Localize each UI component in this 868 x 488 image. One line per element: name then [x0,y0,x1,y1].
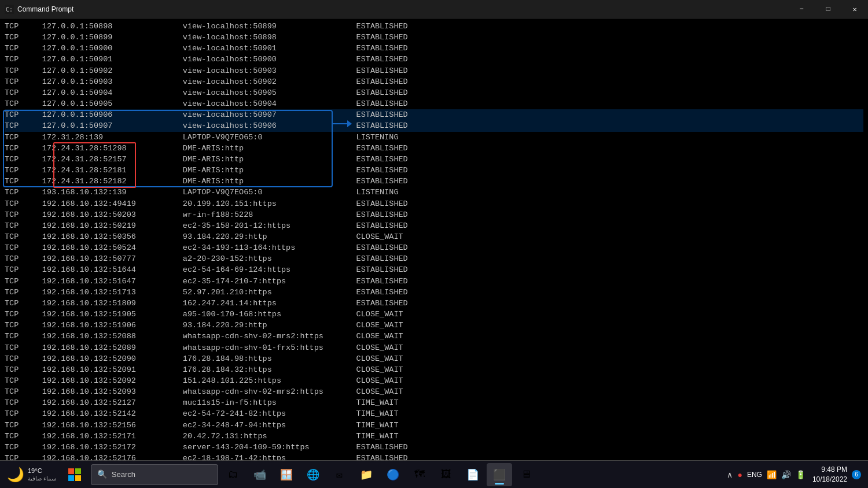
taskbar: 🌙 19°C سماء صافية 🔍 Search 🗂📹🪟🌐✉📁🔵🗺🖼📄⬛🖥 … [0,460,868,488]
search-input-label: Search [112,470,135,479]
table-row: TCP 192.168.10.132:52090 176.28.184.98:h… [5,353,863,364]
logo-quad-1 [68,468,74,474]
table-row: TCP 172.24.31.28:52181 DME-ARIS:http EST… [5,165,863,176]
taskbar-icon-chrome[interactable]: 🌐 [300,463,326,486]
table-row: TCP 172.24.31.28:51298 DME-ARIS:http EST… [5,143,863,154]
taskbar-icons: 🗂📹🪟🌐✉📁🔵🗺🖼📄⬛🖥 [220,463,539,486]
search-icon: 🔍 [97,469,107,479]
table-row: TCP 192.168.10.132:52127 muc11s15-in-f5:… [5,397,863,408]
table-row: TCP 193.168.10.132:139 LAPTOP-V9Q7EO65:0… [5,187,863,198]
table-row: TCP 192.168.10.132:52142 ec2-54-72-241-8… [5,408,863,419]
taskbar-icon-notepad[interactable]: 📄 [460,463,486,486]
table-row: TCP 192.168.10.132:52092 151.248.101.225… [5,375,863,386]
table-row: TCP 192.168.10.132:52088 whatsapp-cdn-sh… [5,331,863,342]
cmd-content: TCP 127.0.0.1:50898 view-localhost:50899… [0,19,868,460]
table-row: TCP 127.0.0.1:50899 view-localhost:50898… [5,32,863,43]
notification-badge[interactable]: 6 [852,470,861,479]
title-bar: C: Command Prompt − □ ✕ [0,0,868,19]
system-tray: ∧ ● ENG 📶 🔊 🔋 9:48 PM 10/18/2022 6 [721,465,866,485]
table-row: TCP 172.24.31.28:52157 DME-ARIS:http EST… [5,154,863,165]
table-row: TCP 192.168.10.132:50777 a2-20-230-152:h… [5,253,863,264]
tray-battery-icon[interactable]: 🔋 [795,469,807,480]
table-row: TCP 192.168.10.132:51906 93.184.220.29:h… [5,320,863,331]
table-row: TCP 192.168.10.132:52091 176.28.184.32:h… [5,364,863,375]
taskbar-icon-file-manager[interactable]: 📁 [354,463,379,486]
weather-widget[interactable]: 🌙 19°C سماء صافية [2,467,61,483]
logo-quad-4 [75,475,81,481]
tray-wifi-icon[interactable]: 📶 [766,469,778,480]
svg-text:C:: C: [6,6,13,13]
table-row: TCP 192.168.10.132:51713 52.97.201.210:h… [5,287,863,298]
table-row: TCP 127.0.0.1:50904 view-localhost:50905… [5,87,863,98]
table-row: TCP 127.0.0.1:50906 view-localhost:50907… [5,109,863,120]
tray-lang-text[interactable]: ENG [746,469,763,480]
weather-temp: 19°C [28,467,56,475]
table-row: TCP 192.168.10.132:50219 ec2-35-158-201-… [5,220,863,231]
table-row: TCP 192.168.10.132:52172 server-143-204-… [5,442,863,453]
taskbar-icon-mail[interactable]: ✉ [327,463,352,486]
table-row: TCP 192.168.10.132:50356 93.184.220.29:h… [5,231,863,242]
search-box[interactable]: 🔍 Search [91,464,218,485]
table-row: TCP 192.168.10.132:52156 ec2-34-248-47-9… [5,420,863,431]
title-bar-controls: − □ ✕ [788,0,868,19]
taskbar-icon-microsoft-store[interactable]: 🪟 [274,463,299,486]
table-row: TCP 127.0.0.1:50902 view-localhost:50903… [5,65,863,76]
table-row: TCP 192.168.10.132:51644 ec2-54-164-69-1… [5,264,863,275]
table-row: TCP 192.168.10.132:51647 ec2-35-174-210-… [5,276,863,287]
tray-volume-icon[interactable]: 🔊 [780,469,792,480]
cmd-icon: C: [5,5,14,14]
table-row: TCP 192.168.10.132:50203 wr-in-f188:5228… [5,209,863,220]
table-row: TCP 127.0.0.1:50905 view-localhost:50904… [5,98,863,109]
close-button[interactable]: ✕ [841,0,868,19]
table-row: TCP 172.24.31.28:52182 DME-ARIS:http EST… [5,176,863,187]
table-row: TCP 192.168.10.132:52093 whatsapp-cdn-sh… [5,386,863,397]
minimize-button[interactable]: − [788,0,815,19]
tray-icons: ∧ ● ENG 📶 🔊 🔋 [726,469,806,480]
taskbar-icon-edge[interactable]: 🔵 [380,463,406,486]
table-row: TCP 172.31.28:139 LAPTOP-V9Q7EO65:0 LIST… [5,132,863,143]
taskbar-icon-teams[interactable]: 📹 [247,463,273,486]
taskbar-icon-photos[interactable]: 🖼 [433,463,459,486]
table-row: TCP 127.0.0.1:50907 view-localhost:50906… [5,120,863,131]
maximize-button[interactable]: □ [815,0,841,19]
table-row: TCP 192.168.10.132:52171 20.42.72.131:ht… [5,431,863,442]
clock-date: 10/18/2022 [812,475,847,485]
table-row: TCP 127.0.0.1:50900 view-localhost:50901… [5,43,863,54]
table-row: TCP 192.168.10.132:51905 a95-100-170-168… [5,309,863,320]
title-bar-text: Command Prompt [17,5,73,13]
table-row: TCP 192.168.10.132:51809 162.247.241.14:… [5,298,863,309]
clock-area[interactable]: 9:48 PM 10/18/2022 [812,465,847,485]
windows-logo [68,468,81,481]
table-row: TCP 127.0.0.1:50898 view-localhost:50899… [5,21,863,32]
taskbar-icon-maps[interactable]: 🗺 [407,463,432,486]
tray-chevron-icon[interactable]: ∧ [726,469,734,480]
table-row: TCP 127.0.0.1:50903 view-localhost:50902… [5,76,863,87]
taskbar-icon-remote-desktop[interactable]: 🖥 [513,463,539,486]
table-row: TCP 192.168.10.132:52089 whatsapp-cdn-sh… [5,342,863,353]
weather-icon: 🌙 [7,467,24,483]
table-row: TCP 192.168.10.132:52176 ec2-18-198-71-4… [5,453,863,460]
table-row: TCP 192.168.10.132:50524 ec2-34-193-113-… [5,242,863,253]
weather-text: 19°C سماء صافية [28,467,56,482]
tray-network-icon[interactable]: ● [736,469,743,480]
table-row: TCP 192.168.10.132:49419 20.199.120.151:… [5,198,863,209]
clock-time: 9:48 PM [812,465,847,475]
taskbar-icon-file-explorer[interactable]: 🗂 [220,463,246,486]
start-button[interactable] [61,463,89,486]
logo-quad-2 [75,468,81,474]
logo-quad-3 [68,475,74,481]
taskbar-icon-cmd-active[interactable]: ⬛ [487,463,512,486]
table-row: TCP 127.0.0.1:50901 view-localhost:50900… [5,54,863,65]
weather-desc: سماء صافية [28,475,56,482]
